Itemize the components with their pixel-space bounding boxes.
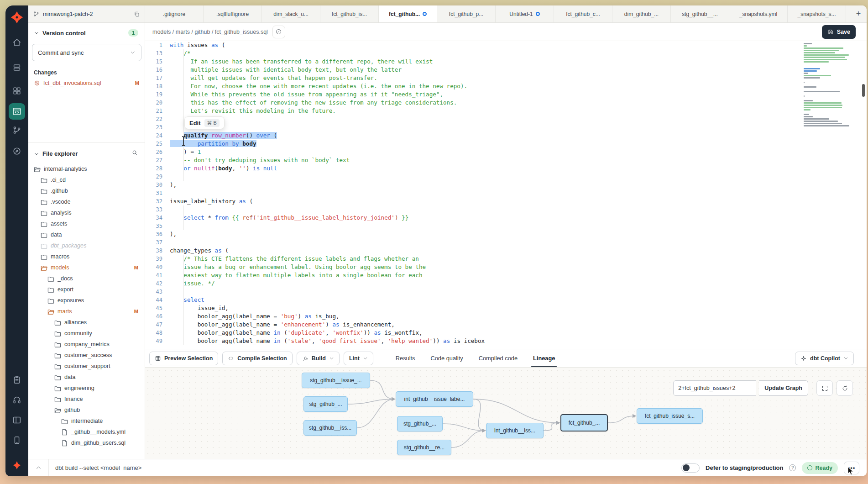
file-docs-button[interactable] — [272, 26, 285, 38]
tab-fct-github-p[interactable]: fct_github_p... — [437, 5, 496, 22]
help-icon[interactable]: ? — [789, 464, 796, 471]
build-button[interactable]: Build — [297, 352, 340, 365]
save-button[interactable]: Save — [822, 25, 856, 39]
code-line-1[interactable]: 1with issues as ( — [145, 41, 867, 49]
dbt-copilot-button[interactable]: dbt Copilot — [795, 352, 854, 365]
code-line-44[interactable]: 44 select — [145, 296, 867, 304]
tree-item-vscode[interactable]: .vscode — [28, 196, 145, 207]
tab-dim-github[interactable]: dim_github_... — [612, 5, 671, 22]
tab-gitignore[interactable]: .gitignore — [145, 5, 204, 22]
tree-item-ci-cd[interactable]: .ci_cd — [28, 174, 145, 185]
tree-item-internal-analytics[interactable]: internal-analytics — [28, 163, 145, 174]
commit-and-sync-button[interactable]: Commit and sync — [32, 44, 141, 61]
tree-item-analysis[interactable]: analysis — [28, 207, 145, 218]
nav-home[interactable] — [9, 34, 25, 51]
command-input[interactable]: dbt build --select <model_name> — [48, 459, 681, 476]
code-line-40[interactable]: 40 issue has a bug or enhancement label.… — [145, 263, 867, 271]
edit-popup-label[interactable]: Edit — [189, 120, 201, 126]
tree-item-github[interactable]: github — [28, 405, 145, 416]
lint-button[interactable]: Lint — [344, 352, 373, 365]
lineage-node-fct-github[interactable]: fct_github_... — [560, 414, 608, 431]
tab-stg-github[interactable]: stg_github__... — [671, 5, 729, 22]
tab-snapshots-s[interactable]: _snapshots_s... — [788, 5, 846, 22]
tree-item-macros[interactable]: macros — [28, 251, 145, 262]
code-line-46[interactable]: 46 boolor_agg(label_name = 'bug') as is_… — [145, 312, 867, 321]
compile-selection-button[interactable]: Compile Selection — [222, 352, 292, 365]
code-line-43[interactable]: 43 — [145, 288, 867, 296]
changed-file-row[interactable]: fct_dbt_invocations.sql M — [28, 79, 145, 88]
code-line-19[interactable]: 19 While this prevents the old issue fro… — [145, 90, 867, 99]
lineage-node-stg-github-iss[interactable]: stg_github__iss... — [303, 420, 357, 436]
nav-mobile[interactable] — [9, 432, 25, 448]
lineage-node-stg-github[interactable]: stg_github_... — [303, 396, 348, 412]
lineage-node-fct-github-issue-s[interactable]: fct_github_issue_s... — [637, 408, 703, 424]
code-line-29[interactable]: 29 — [145, 173, 867, 181]
tree-item-github[interactable]: .github — [28, 185, 145, 196]
code-line-48[interactable]: 48 boolor_agg(label_name in ('duplicate'… — [145, 329, 867, 337]
results-tab-results[interactable]: Results — [396, 349, 415, 367]
nav-support[interactable] — [9, 392, 25, 408]
code-line-37[interactable]: 37 — [145, 238, 867, 247]
tree-item-finance[interactable]: finance — [28, 394, 145, 405]
code-line-41[interactable]: 41 easiest way to flatten multiple label… — [145, 271, 867, 279]
tree-item-company-metrics[interactable]: company_metrics — [28, 339, 145, 350]
tree-item-marts[interactable]: martsM — [28, 306, 145, 317]
dbt-logo[interactable] — [9, 9, 25, 26]
chevron-down-icon[interactable] — [34, 30, 39, 36]
code-line-25[interactable]: 25 partition by body — [145, 140, 867, 148]
code-line-22[interactable]: 22 — [145, 115, 867, 123]
code-editor[interactable]: 1with issues as (13 /*15 If an issue has… — [145, 41, 867, 349]
code-line-33[interactable]: 33 — [145, 205, 867, 214]
lineage-selector-input[interactable] — [673, 380, 756, 396]
nav-explore[interactable] — [9, 143, 25, 159]
tree-item-export[interactable]: export — [28, 284, 145, 295]
tree-item-data[interactable]: data — [28, 372, 145, 383]
code-line-39[interactable]: 39 /* This CTE flattens the different is… — [145, 255, 867, 263]
editor-scrollbar[interactable] — [862, 84, 865, 97]
nav-apps[interactable] — [9, 83, 25, 99]
code-line-27[interactable]: 27 -- don't try deduping issues with no … — [145, 156, 867, 164]
tree-item-intermediate[interactable]: intermediate — [28, 416, 145, 426]
new-tab-button[interactable]: + — [850, 5, 867, 22]
code-line-18[interactable]: 18 For now, choose the one with more rec… — [145, 82, 867, 90]
tab-fct-github-c[interactable]: fct_github_c... — [554, 5, 612, 22]
nav-ide[interactable] — [9, 103, 25, 120]
code-line-24[interactable]: 24 qualify row_number() over ( — [145, 132, 867, 140]
chevron-down-icon[interactable] — [34, 151, 39, 157]
tab-dim-slack-u[interactable]: dim_slack_u... — [262, 5, 320, 22]
tree-item-customer-success[interactable]: customer_success — [28, 350, 145, 361]
code-line-28[interactable]: 28 or nullif(body, '') is null — [145, 164, 867, 173]
tree-item-github-models-yml[interactable]: _github__models.yml — [28, 426, 145, 437]
tree-item-engineering[interactable]: engineering — [28, 383, 145, 394]
lineage-node-int-github-issue-labe[interactable]: int_github__issue_labe... — [396, 391, 473, 407]
nav-notebook[interactable] — [9, 372, 25, 388]
code-line-32[interactable]: 32issue_label_history as ( — [145, 197, 867, 205]
code-line-38[interactable]: 38change_types as ( — [145, 247, 867, 255]
lineage-node-int-github-iss[interactable]: int_github__iss... — [486, 423, 544, 438]
tab-fct-github[interactable]: fct_github... — [379, 5, 437, 22]
code-line-42[interactable]: 42 issue. */ — [145, 279, 867, 288]
tree-item-exposures[interactable]: exposures — [28, 295, 145, 306]
status-badge[interactable]: Ready — [802, 462, 838, 474]
code-line-45[interactable]: 45 issue_id, — [145, 304, 867, 312]
tree-item-docs[interactable]: _docs — [28, 273, 145, 284]
code-line-26[interactable]: 26 ) = 1 — [145, 148, 867, 156]
code-line-16[interactable]: 16 multiple issues with identical body t… — [145, 66, 867, 74]
refresh-button[interactable] — [837, 380, 853, 396]
lineage-node-stg-github[interactable]: stg_github_... — [397, 416, 443, 431]
code-line-35[interactable]: 35 — [145, 222, 867, 230]
results-tab-code-quality[interactable]: Code quality — [431, 349, 463, 367]
code-line-36[interactable]: 36), — [145, 230, 867, 238]
branch-selector[interactable]: mirnawong1-patch-2 — [28, 5, 145, 22]
fullscreen-button[interactable] — [816, 380, 833, 396]
code-line-23[interactable]: 23 — [145, 123, 867, 132]
tree-item-assets[interactable]: assets — [28, 218, 145, 229]
lineage-node-stg-github-re[interactable]: stg_github__re... — [397, 440, 451, 455]
code-line-49[interactable]: 49 boolor_agg(label_name in ('stale', 'g… — [145, 337, 867, 345]
dbt-labs-logo[interactable] — [9, 457, 25, 473]
lineage-node-stg-github-issue[interactable]: stg_github__issue_... — [302, 373, 370, 388]
tree-item-data[interactable]: data — [28, 229, 145, 240]
code-line-31[interactable]: 31 — [145, 189, 867, 197]
copy-icon[interactable] — [134, 11, 140, 17]
file-search-button[interactable] — [131, 149, 138, 158]
